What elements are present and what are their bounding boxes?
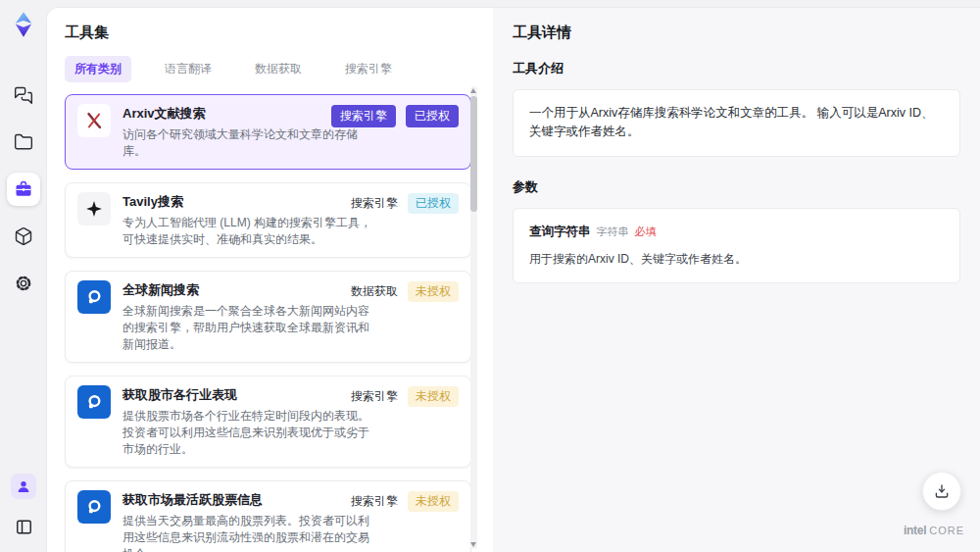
sidebar-item-chat[interactable] — [7, 78, 40, 112]
brand-intel: intel — [904, 524, 926, 537]
gem-logo-icon — [10, 11, 37, 38]
tool-card-global-news[interactable]: 全球新闻搜索 全球新闻搜索是一个聚合全球各大新闻网站内容的搜索引擎，帮助用户快速… — [65, 271, 471, 363]
settings-gear-icon — [14, 274, 33, 293]
tool-description: 提供股票市场各个行业在特定时间段内的表现。投资者可以利用这些信息来识别表现优于或… — [122, 408, 375, 458]
user-avatar-icon — [16, 478, 31, 494]
page-title: 工具集 — [65, 24, 493, 42]
arxiv-icon — [77, 104, 111, 137]
brand-core: core — [929, 525, 964, 536]
category-label: 数据获取 — [351, 283, 398, 300]
param-description: 用于搜索的Arxiv ID、关键字或作者姓名。 — [529, 250, 944, 269]
card-meta: 搜索引擎 已授权 — [331, 105, 459, 127]
news-app-icon — [77, 490, 111, 524]
sidebar-item-tools[interactable] — [7, 173, 40, 206]
tool-list: Arxiv文献搜索 访问各个研究领域大量科学论文和文章的存储库。 搜索引擎 已授… — [65, 94, 471, 552]
scroll-down-arrow[interactable] — [470, 542, 476, 547]
folder-icon — [14, 132, 33, 152]
card-meta: 搜索引擎 未授权 — [351, 386, 459, 407]
main-area: 工具集 所有类别 语言翻译 数据获取 搜索引擎 Arxiv文献搜索 访问各个研究… — [47, 8, 980, 552]
category-tabs: 所有类别 语言翻译 数据获取 搜索引擎 — [65, 56, 493, 82]
card-meta: 数据获取 未授权 — [351, 281, 459, 302]
category-label: 搜索引擎 — [351, 493, 398, 510]
sidebar-item-files[interactable] — [7, 125, 40, 159]
card-meta: 搜索引擎 已授权 — [351, 193, 459, 214]
scrollbar-thumb[interactable] — [470, 96, 477, 212]
app-logo — [9, 10, 38, 39]
tool-description: 全球新闻搜索是一个聚合全球各大新闻网站内容的搜索引擎，帮助用户快速获取全球最新资… — [122, 303, 375, 353]
auth-status-badge: 未授权 — [408, 491, 459, 512]
list-scrollbar[interactable] — [470, 86, 477, 549]
auth-status-badge: 已授权 — [406, 105, 459, 127]
tab-data-fetch[interactable]: 数据获取 — [245, 56, 312, 82]
param-header: 查询字符串字符串必填 — [529, 223, 944, 241]
tool-card-most-active-stocks[interactable]: 获取市场最活跃股票信息 提供当天交易量最高的股票列表。投资者可以利用这些信息来识… — [65, 480, 471, 552]
chat-icon — [14, 85, 33, 105]
param-box: 查询字符串字符串必填 用于搜索的Arxiv ID、关键字或作者姓名。 — [513, 208, 960, 283]
news-app-icon — [77, 385, 111, 419]
tool-card-arxiv[interactable]: Arxiv文献搜索 访问各个研究领域大量科学论文和文章的存储库。 搜索引擎 已授… — [65, 94, 471, 170]
rail-nav — [7, 78, 40, 300]
intro-box: 一个用于从Arxiv存储库搜索科学论文和文章的工具。 输入可以是Arxiv ID… — [513, 89, 960, 157]
toolbox-icon — [14, 179, 33, 199]
category-badge: 搜索引擎 — [331, 105, 396, 127]
param-name: 查询字符串 — [529, 225, 591, 238]
tavily-star-icon — [77, 192, 111, 226]
tab-search-engine[interactable]: 搜索引擎 — [335, 56, 402, 82]
download-button[interactable] — [922, 472, 961, 511]
tool-description: 访问各个研究领域大量科学论文和文章的存储库。 — [122, 126, 375, 160]
tool-description: 提供当天交易量最高的股票列表。投资者可以利用这些信息来识别流动性强的股票和潜在的… — [122, 513, 375, 552]
download-icon — [933, 482, 951, 500]
panel-toggle-button[interactable] — [10, 513, 37, 540]
intel-core-logo: intel core — [904, 524, 964, 537]
tool-detail-panel: 工具详情 工具介绍 一个用于从Arxiv存储库搜索科学论文和文章的工具。 输入可… — [493, 8, 980, 552]
left-rail — [0, 0, 47, 552]
news-app-icon — [77, 280, 111, 314]
detail-title: 工具详情 — [513, 24, 960, 42]
params-heading: 参数 — [513, 178, 960, 196]
auth-status-badge: 未授权 — [408, 281, 459, 302]
package-icon — [14, 226, 33, 246]
sidebar-item-settings[interactable] — [7, 267, 40, 300]
category-label: 搜索引擎 — [351, 195, 398, 212]
card-meta: 搜索引擎 未授权 — [351, 491, 459, 512]
user-avatar[interactable] — [11, 474, 36, 499]
tool-card-tavily[interactable]: Tavily搜索 专为人工智能代理 (LLM) 构建的搜索引擎工具，可快速提供实… — [65, 182, 471, 258]
panel-toggle-icon — [15, 518, 33, 536]
tab-all-categories[interactable]: 所有类别 — [65, 56, 131, 82]
auth-status-badge: 未授权 — [408, 386, 459, 407]
tool-description: 专为人工智能代理 (LLM) 构建的搜索引擎工具，可快速提供实时、准确和真实的结… — [122, 215, 375, 248]
scroll-up-arrow[interactable] — [470, 88, 476, 93]
tool-card-sector-performance[interactable]: 获取股市各行业表现 提供股票市场各个行业在特定时间段内的表现。投资者可以利用这些… — [65, 376, 471, 468]
auth-status-badge: 已授权 — [408, 193, 459, 214]
category-label: 搜索引擎 — [351, 388, 398, 405]
tab-translation[interactable]: 语言翻译 — [155, 56, 221, 82]
tool-list-panel: 工具集 所有类别 语言翻译 数据获取 搜索引擎 Arxiv文献搜索 访问各个研究… — [47, 8, 493, 552]
rail-bottom — [10, 474, 37, 552]
param-type: 字符串 — [597, 226, 629, 237]
sidebar-item-packages[interactable] — [7, 220, 40, 253]
param-required-flag: 必填 — [635, 226, 657, 237]
intro-heading: 工具介绍 — [513, 60, 960, 77]
